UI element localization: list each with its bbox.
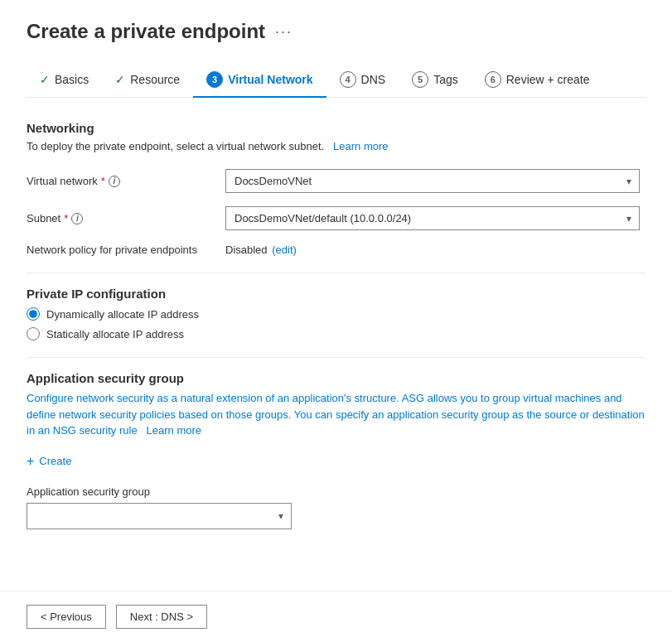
networking-desc-text: To deploy the private endpoint, select a… xyxy=(27,140,324,152)
virtual-network-required: * xyxy=(101,175,105,187)
virtual-network-dropdown-wrapper: DocsDemoVNet ▾ xyxy=(225,169,640,193)
network-policy-status: Disabled xyxy=(225,244,268,256)
more-options-icon[interactable]: ··· xyxy=(275,23,292,41)
asg-create-button[interactable]: + Create xyxy=(27,451,71,472)
network-policy-edit-link[interactable]: (edit) xyxy=(272,244,297,256)
private-ip-radio-group: Dynamically allocate IP address Statical… xyxy=(27,307,645,340)
step-circle-virtual-network: 3 xyxy=(206,71,223,88)
footer: < Previous Next : DNS > xyxy=(0,591,672,642)
radio-static-input[interactable] xyxy=(27,327,40,340)
step-virtual-network[interactable]: 3 Virtual Network xyxy=(193,63,326,98)
subnet-label: Subnet xyxy=(27,212,60,224)
networking-section: Networking To deploy the private endpoin… xyxy=(27,121,645,256)
virtual-network-row: Virtual network * i DocsDemoVNet ▾ xyxy=(27,169,645,193)
page-title: Create a private endpoint xyxy=(27,20,265,43)
divider-1 xyxy=(27,273,645,273)
radio-dynamic[interactable]: Dynamically allocate IP address xyxy=(27,307,645,321)
previous-button[interactable]: < Previous xyxy=(27,605,106,629)
asg-field-label: Application security group xyxy=(27,485,645,498)
radio-dynamic-input[interactable] xyxy=(27,307,40,321)
networking-title: Networking xyxy=(27,121,645,135)
subnet-row: Subnet * i DocsDemoVNet/default (10.0.0.… xyxy=(27,206,645,230)
step-label-virtual-network: Virtual Network xyxy=(228,73,312,86)
step-resource[interactable]: ✓ Resource xyxy=(102,65,193,96)
network-policy-label: Network policy for private endpoints xyxy=(27,244,225,256)
asg-title: Application security group xyxy=(27,371,645,385)
step-check-resource: ✓ xyxy=(115,73,125,86)
asg-dropdown-wrapper: ▾ xyxy=(27,503,292,529)
subnet-select[interactable]: DocsDemoVNet/default (10.0.0.0/24) xyxy=(225,206,640,230)
radio-dynamic-label: Dynamically allocate IP address xyxy=(46,308,199,321)
subnet-dropdown-wrapper: DocsDemoVNet/default (10.0.0.0/24) ▾ xyxy=(225,206,640,230)
divider-2 xyxy=(27,357,645,358)
private-ip-title: Private IP configuration xyxy=(27,287,645,301)
page-container: Create a private endpoint ··· ✓ Basics ✓… xyxy=(0,0,672,642)
radio-static-label: Statically allocate IP address xyxy=(46,328,184,340)
step-label-dns: DNS xyxy=(361,73,386,86)
step-tags[interactable]: 5 Tags xyxy=(399,63,471,98)
radio-static[interactable]: Statically allocate IP address xyxy=(27,327,645,340)
asg-description: Configure network security as a natural … xyxy=(27,390,645,439)
asg-create-label: Create xyxy=(39,455,71,467)
asg-select[interactable] xyxy=(27,503,292,529)
networking-learn-more[interactable]: Learn more xyxy=(333,140,388,152)
step-circle-dns: 4 xyxy=(340,71,356,88)
step-label-basics: Basics xyxy=(55,73,89,86)
asg-learn-more[interactable]: Learn more xyxy=(147,424,201,437)
plus-icon: + xyxy=(27,454,34,469)
asg-description-text: Configure network security as a natural … xyxy=(27,392,645,437)
page-title-row: Create a private endpoint ··· xyxy=(27,20,645,43)
steps-nav: ✓ Basics ✓ Resource 3 Virtual Network 4 … xyxy=(27,63,645,98)
virtual-network-label: Virtual network xyxy=(27,175,98,187)
step-circle-tags: 5 xyxy=(412,71,428,88)
network-policy-row: Network policy for private endpoints Dis… xyxy=(27,244,645,256)
private-ip-section: Private IP configuration Dynamically all… xyxy=(27,287,645,340)
virtual-network-label-container: Virtual network * i xyxy=(27,175,225,187)
step-circle-review: 6 xyxy=(485,71,501,88)
next-button[interactable]: Next : DNS > xyxy=(116,605,207,629)
step-check-basics: ✓ xyxy=(40,73,50,86)
step-label-tags: Tags xyxy=(433,73,458,86)
virtual-network-select[interactable]: DocsDemoVNet xyxy=(225,169,640,193)
step-label-resource: Resource xyxy=(130,73,180,86)
networking-desc: To deploy the private endpoint, select a… xyxy=(27,140,645,152)
step-review-create[interactable]: 6 Review + create xyxy=(471,63,603,98)
asg-section: Application security group Configure net… xyxy=(27,371,645,529)
step-basics[interactable]: ✓ Basics xyxy=(27,65,102,96)
step-label-review: Review + create xyxy=(506,73,590,86)
network-policy-value: Disabled (edit) xyxy=(225,244,297,256)
step-dns[interactable]: 4 DNS xyxy=(326,63,399,98)
virtual-network-info-icon[interactable]: i xyxy=(109,176,120,187)
subnet-info-icon[interactable]: i xyxy=(71,213,83,224)
subnet-label-container: Subnet * i xyxy=(27,212,225,224)
main-content: Create a private endpoint ··· ✓ Basics ✓… xyxy=(0,0,672,591)
subnet-required: * xyxy=(64,212,68,224)
